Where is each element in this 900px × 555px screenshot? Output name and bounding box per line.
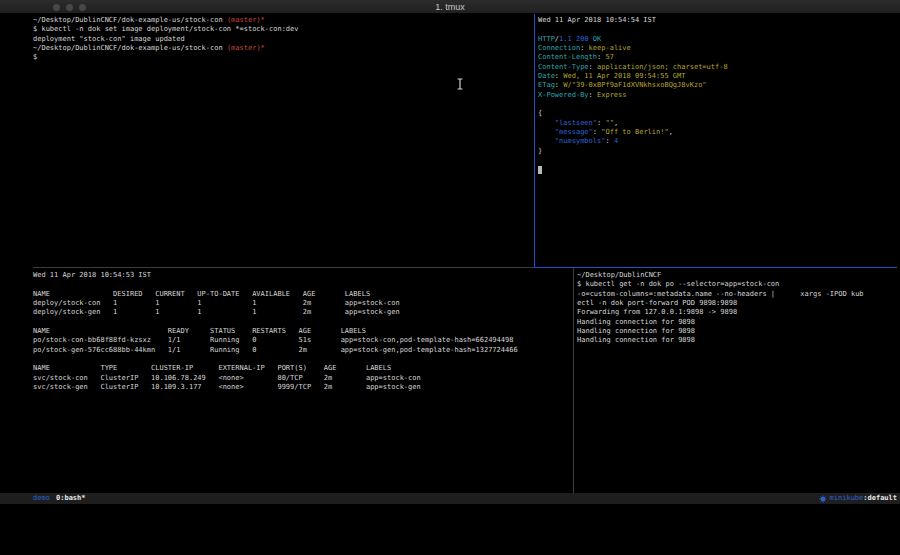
window-title-bar: 1. tmux <box>0 0 900 14</box>
terminal-line: ~/Desktop/DublinCNCF/dok-example-us/stoc… <box>33 44 531 53</box>
terminal-line: po/stock-con-bb68f88fd-kzsxz 1/1 Running… <box>33 336 570 345</box>
terminal-text-segment: Handling connection for 9898 <box>577 336 695 344</box>
terminal-line <box>538 25 896 34</box>
terminal-text-segment: Handling connection for 9898 <box>577 318 695 326</box>
terminal-text-segment: NAME READY STATUS RESTARTS AGE LABELS <box>33 327 366 335</box>
terminal-text-segment: ectl -n dok port-forward POD 9898:9898 <box>577 299 737 307</box>
terminal-text-segment: po/stock-con-bb68f88fd-kzsxz 1/1 Running… <box>33 336 513 344</box>
terminal-line <box>33 355 570 364</box>
terminal-text-segment: $ <box>33 53 37 61</box>
pane-divider-horizontal-right-active[interactable] <box>534 267 897 268</box>
pane-kubectl-resources[interactable]: Wed 11 Apr 2018 10:54:53 ISTNAME DESIRED… <box>33 271 570 392</box>
pane-divider-vertical-bottom[interactable] <box>573 268 574 493</box>
terminal-text-segment: W/"39-0xBPf9aF1dXVNkhsxoBQgJ8vKzo" <box>563 81 706 89</box>
terminal-line: Handling connection for 9898 <box>577 336 897 345</box>
terminal-line: svc/stock-gen ClusterIP 10.109.3.177 <no… <box>33 383 570 392</box>
terminal-line: $ <box>33 53 531 62</box>
terminal-text-segment: : <box>589 91 597 99</box>
terminal-line: Forwarding from 127.0.0.1:9898 -> 9898 <box>577 308 897 317</box>
terminal-text-segment: "numsymbols" <box>555 137 606 145</box>
terminal-text-segment: OK <box>593 35 601 43</box>
terminal-line: Content-Type: application/json; charset=… <box>538 63 896 72</box>
terminal-text-segment: HTTP <box>538 35 555 43</box>
terminal-text-segment: -o=custom-columns=:metadata.name --no-he… <box>577 290 864 298</box>
terminal-text-segment: keep-alive <box>589 44 631 52</box>
terminal-text-segment: Connection <box>538 44 580 52</box>
terminal-text-segment: NAME TYPE CLUSTER-IP EXTERNAL-IP PORT(S)… <box>33 364 391 372</box>
kube-context: minikube <box>830 493 864 504</box>
terminal-text-segment: Wed, 11 Apr 2018 09:54:55 GMT <box>563 72 685 80</box>
pane-divider-vertical-top-active[interactable] <box>534 14 535 267</box>
terminal-text-segment: ~/Desktop/DublinCNCF/dok-example-us/stoc… <box>33 16 227 24</box>
terminal-line: Wed 11 Apr 2018 10:54:54 IST <box>538 16 896 25</box>
terminal-text-segment: ~/Desktop/DublinCNCF/dok-example-us/stoc… <box>33 44 227 52</box>
terminal-line <box>33 318 570 327</box>
terminal-text-segment: Handling connection for 9898 <box>577 327 695 335</box>
terminal-line: -o=custom-columns=:metadata.name --no-he… <box>577 290 897 299</box>
mouse-text-cursor <box>456 75 464 94</box>
terminal-text-segment: deploy/stock-con 1 1 1 1 2m app=stock-co… <box>33 299 400 307</box>
terminal-text-segment: svc/stock-gen ClusterIP 10.109.3.177 <no… <box>33 383 421 391</box>
terminal-line: { <box>538 109 896 118</box>
session-name: demo <box>33 493 50 504</box>
kube-namespace: :default <box>863 493 897 504</box>
terminal-text-segment: 57 <box>605 53 613 61</box>
terminal-text-segment: , <box>669 128 673 136</box>
terminal-text-segment: Wed 11 Apr 2018 10:54:54 IST <box>538 16 656 24</box>
terminal-line <box>538 166 896 175</box>
terminal-text-segment: } <box>538 147 542 155</box>
terminal-window: 1. tmux ~/Desktop/DublinCNCF/dok-example… <box>0 0 900 555</box>
terminal-text-segment: application/json; charset=utf-8 <box>597 63 728 71</box>
terminal-text-segment <box>538 166 542 174</box>
terminal-text-segment: : <box>605 137 613 145</box>
terminal-line: Date: Wed, 11 Apr 2018 09:54:55 GMT <box>538 72 896 81</box>
pane-divider-horizontal-left[interactable] <box>33 267 534 268</box>
terminal-line <box>538 100 896 109</box>
terminal-line: deployment "stock-con" image updated <box>33 35 531 44</box>
terminal-text-segment: "" <box>605 119 613 127</box>
terminal-line: $ kubectl get -n dok po --selector=app=s… <box>577 280 897 289</box>
terminal-line: HTTP/1.1 200 OK <box>538 35 896 44</box>
terminal-text-segment: Content-Type <box>538 63 589 71</box>
terminal-line: "message": "Off to Berlin!", <box>538 128 896 137</box>
terminal-line: ectl -n dok port-forward POD 9898:9898 <box>577 299 897 308</box>
terminal-text-segment: (master)* <box>227 16 265 24</box>
terminal-line: Connection: keep-alive <box>538 44 896 53</box>
terminal-text-segment: ~/Desktop/DublinCNCF <box>577 271 661 279</box>
pane-port-forward[interactable]: ~/Desktop/DublinCNCF$ kubectl get -n dok… <box>577 271 897 346</box>
terminal-line: Content-Length: 57 <box>538 53 896 62</box>
terminal-line: NAME TYPE CLUSTER-IP EXTERNAL-IP PORT(S)… <box>33 364 570 373</box>
terminal-line: X-Powered-By: Express <box>538 91 896 100</box>
terminal-line: NAME DESIRED CURRENT UP-TO-DATE AVAILABL… <box>33 290 570 299</box>
terminal-line: Handling connection for 9898 <box>577 318 897 327</box>
terminal-text-segment: "Off to Berlin!" <box>601 128 668 136</box>
window-tab-active[interactable]: 0:bash* <box>56 493 86 504</box>
window-title: 1. tmux <box>0 2 900 12</box>
terminal-line: Wed 11 Apr 2018 10:54:53 IST <box>33 271 570 280</box>
terminal-line: "numsymbols": 4 <box>538 137 896 146</box>
terminal-text-segment: 1.1 <box>559 35 572 43</box>
pane-http-response[interactable]: Wed 11 Apr 2018 10:54:54 ISTHTTP/1.1 200… <box>538 16 896 175</box>
terminal-text-segment: deployment "stock-con" image updated <box>33 35 185 43</box>
terminal-line: svc/stock-con ClusterIP 10.106.78.249 <n… <box>33 374 570 383</box>
terminal-text-segment <box>538 119 555 127</box>
terminal-text-segment: (master)* <box>227 44 265 52</box>
pane-shell-top-left[interactable]: ~/Desktop/DublinCNCF/dok-example-us/stoc… <box>33 16 531 63</box>
terminal-text-segment: : <box>589 63 597 71</box>
terminal-line <box>33 280 570 289</box>
terminal-text-segment: Content-Length <box>538 53 597 61</box>
terminal-line: deploy/stock-con 1 1 1 1 2m app=stock-co… <box>33 299 570 308</box>
terminal-text-segment: "message" <box>555 128 593 136</box>
terminal-line: "lastseen": "", <box>538 119 896 128</box>
terminal-text-segment: NAME DESIRED CURRENT UP-TO-DATE AVAILABL… <box>33 290 370 298</box>
terminal-line <box>538 156 896 165</box>
terminal-text-segment: deploy/stock-gen 1 1 1 1 2m app=stock-ge… <box>33 308 400 316</box>
terminal-line: $ kubectl -n dok set image deployment/st… <box>33 25 531 34</box>
terminal-text-segment: : <box>580 44 588 52</box>
terminal-line: ~/Desktop/DublinCNCF/dok-example-us/stoc… <box>33 16 531 25</box>
terminal-text-segment: X-Powered-By <box>538 91 589 99</box>
kubernetes-helm-icon <box>819 495 827 503</box>
terminal-line: deploy/stock-gen 1 1 1 1 2m app=stock-ge… <box>33 308 570 317</box>
terminal-text-segment: , <box>614 119 618 127</box>
terminal-text-segment: { <box>538 109 542 117</box>
